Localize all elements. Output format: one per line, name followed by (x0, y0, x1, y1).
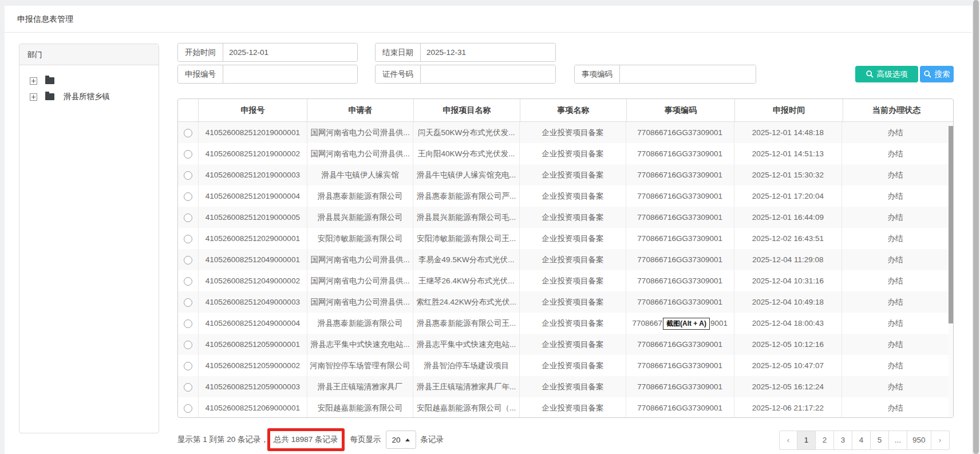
pagination: ‹12345...950› (779, 431, 950, 450)
cell-applicant: 滑县牛屯镇伊人缘宾馆 (307, 164, 414, 185)
cell-project: 滑县王庄镇瑞清雅家具厂年... (413, 376, 520, 397)
table-body: 4105260082512019000001国网河南省电力公司滑县供...闫天磊… (178, 122, 949, 417)
page-scrollbar[interactable] (972, 0, 980, 454)
row-radio[interactable] (184, 235, 192, 243)
search-button[interactable]: 搜索 (920, 66, 954, 82)
table-row: 4105260082512069000001安阳越嘉新能源有限公司安阳越嘉新能源… (178, 397, 949, 418)
row-radio[interactable] (184, 192, 192, 201)
row-radio[interactable] (184, 277, 192, 286)
cell-code: 770866716GG37309001 (626, 228, 734, 249)
tree-item-townships[interactable]: 滑县所辖乡镇 (30, 89, 154, 104)
cell-code: 770866716GG37309001 (626, 291, 734, 313)
column-header: 申报项目名称 (414, 99, 520, 121)
row-radio[interactable] (184, 256, 192, 264)
cell-applicant: 滑县惠泰新能源有限公司 (307, 313, 414, 334)
row-radio[interactable] (184, 404, 192, 413)
main-panel: 申报信息表管理 部门 滑县县直机构 滑县所辖乡镇 开始时间 (5, 6, 972, 454)
column-header: 当前办理状态 (843, 99, 950, 121)
cell-item: 企业投资项目备案 (520, 164, 626, 185)
cell-status: 办结 (842, 143, 949, 164)
cell-applicant: 滑县晨兴新能源有限公司 (307, 207, 414, 228)
expand-plus-icon[interactable] (30, 77, 37, 85)
cell-time: 2025-12-01 15:30:32 (734, 164, 843, 185)
page-button-950[interactable]: 950 (907, 431, 931, 450)
cell-status: 办结 (842, 164, 949, 185)
radio-cell (178, 397, 199, 418)
cell-status: 办结 (842, 270, 949, 291)
radio-cell (178, 334, 199, 355)
cell-no: 4105260082512059000002 (199, 355, 307, 376)
start-time-label: 开始时间 (178, 44, 223, 61)
start-time-input[interactable] (223, 44, 357, 61)
column-header: 事项编码 (627, 99, 735, 121)
cell-status: 办结 (842, 376, 949, 397)
row-radio[interactable] (184, 171, 192, 180)
cell-time: 2025-12-04 11:29:08 (734, 249, 843, 270)
cell-project: 安阳沛敏新能源有限公司王... (413, 228, 520, 249)
table-scrollbar[interactable] (949, 122, 953, 417)
cell-code: 770866716GG37309001 (626, 376, 734, 397)
advanced-options-button[interactable]: 高级选项 (855, 66, 918, 82)
page-button-5[interactable]: 5 (871, 431, 889, 450)
cell-code: 770866716GG37309001 (626, 143, 734, 164)
row-radio[interactable] (184, 129, 192, 137)
row-radio[interactable] (184, 362, 192, 370)
column-header: 申请者 (307, 99, 414, 121)
cell-item: 企业投资项目备案 (520, 207, 626, 228)
row-radio[interactable] (184, 319, 192, 328)
page-button-3[interactable]: 3 (834, 431, 852, 450)
row-radio[interactable] (184, 298, 192, 307)
caret-up-icon (405, 439, 410, 441)
cell-time: 2025-12-05 16:12:24 (734, 376, 843, 397)
select-column-header (178, 99, 199, 121)
declare-no-group: 申报编号 (177, 65, 358, 84)
page-button-1[interactable]: 1 (797, 431, 816, 450)
cert-no-input[interactable] (421, 65, 555, 83)
tree-item-label: 滑县所辖乡镇 (59, 90, 114, 104)
records-table: 申报号申请者申报项目名称事项名称事项编码申报时间当前办理状态 410526008… (177, 98, 954, 418)
cell-code: 770866716GG37309001 (626, 164, 734, 185)
item-code-group: 事项编码 (574, 65, 756, 84)
cell-code: 770866716GG37309001 (626, 355, 734, 376)
row-radio[interactable] (184, 214, 192, 222)
screenshot-tooltip: 截图(Alt + A) (663, 318, 710, 330)
table-row: 4105260082512049000002国网河南省电力公司滑县供...王继琴… (178, 270, 949, 291)
cell-time: 2025-12-04 10:31:16 (734, 270, 843, 291)
page-ellipsis: ... (889, 431, 907, 450)
cell-time: 2025-12-01 14:51:13 (734, 143, 843, 164)
cell-item: 企业投资项目备案 (520, 376, 626, 397)
radio-cell (178, 207, 199, 228)
cell-applicant: 国网河南省电力公司滑县供... (307, 291, 414, 313)
per-page-value: 20 (392, 436, 401, 444)
cell-no: 4105260082512019000004 (199, 185, 307, 207)
page-scrollbar-thumb[interactable] (973, 0, 979, 454)
row-radio[interactable] (184, 341, 192, 349)
page-next-button[interactable]: › (931, 431, 950, 450)
page-button-4[interactable]: 4 (852, 431, 871, 450)
cert-no-label: 证件号码 (376, 65, 421, 83)
cell-status: 办结 (842, 291, 949, 313)
radio-cell (178, 249, 199, 270)
table-row: 4105260082512019000003滑县牛屯镇伊人缘宾馆滑县牛屯镇伊人缘… (178, 164, 949, 185)
cell-applicant: 安阳越嘉新能源有限公司 (307, 397, 414, 418)
cell-time: 2025-12-05 10:47:07 (734, 355, 843, 376)
declare-no-label: 申报编号 (178, 65, 223, 83)
end-date-input[interactable] (421, 44, 555, 61)
column-header: 申报时间 (735, 99, 843, 121)
expand-plus-icon[interactable] (30, 93, 37, 101)
page-prev-button[interactable]: ‹ (779, 431, 797, 450)
cell-no: 4105260082512049000004 (199, 313, 307, 334)
table-scrollbar-thumb[interactable] (949, 126, 953, 323)
radio-cell (178, 291, 199, 313)
item-code-input[interactable] (620, 65, 756, 83)
table-header-row: 申报号申请者申报项目名称事项名称事项编码申报时间当前办理状态 (178, 99, 953, 122)
per-page-select[interactable]: 20 (386, 431, 416, 449)
page-button-2[interactable]: 2 (816, 431, 834, 450)
tree-item-county-direct[interactable]: 滑县县直机构 (30, 73, 154, 88)
row-radio[interactable] (184, 383, 192, 392)
row-radio[interactable] (184, 150, 192, 159)
declare-no-input[interactable] (223, 65, 357, 83)
cell-status: 办结 (842, 355, 949, 376)
search-icon (866, 70, 874, 78)
table-row: 4105260082512029000001安阳沛敏新能源有限公司安阳沛敏新能源… (178, 228, 949, 249)
